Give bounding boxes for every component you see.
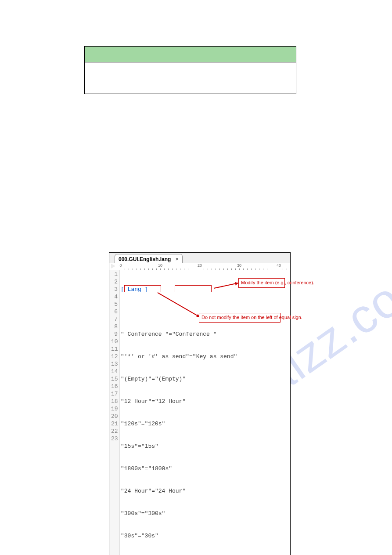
table-header-col1 [85,47,196,62]
ruler-label: 40 [277,263,281,268]
code-line: "30s"="30s" [121,532,289,540]
page-header-rule [42,31,349,31]
editor-tab-bar: 000.GUI.English.lang × [109,253,290,263]
close-icon[interactable]: × [175,256,179,262]
editor-code-area[interactable]: 1234567891011121314151617181920212223 [ … [109,270,290,555]
editor-gutter: 1234567891011121314151617181920212223 [109,270,120,555]
table-header-col2 [196,47,296,62]
ruler-label: 10 [158,263,162,268]
code-line: "15s"="15s" [121,443,289,450]
callout-modify: Modify the item (e.g., conference). [238,278,285,288]
editor-ruler: 0 10 20 30 40 [109,263,290,270]
editor-tab[interactable]: 000.GUI.English.lang × [115,254,183,263]
callout-do-not-modify: Do not modify the item on the left of eq… [199,313,281,323]
code-line: "24 Hour"="24 Hour" [121,487,289,495]
table-row [85,78,296,94]
code-line: "1800s"="1800s" [121,465,289,472]
code-line: "'*' or '#' as send"="Key as send" [121,353,289,360]
code-line: "300s"="300s" [121,510,289,517]
ruler-label: 20 [198,263,202,268]
code-line: " Conference "="Conference " [121,330,289,338]
code-line: "12 Hour"="12 Hour" [121,398,289,405]
editor-tab-title: 000.GUI.English.lang [119,256,171,262]
table-row [85,62,296,78]
ruler-label: 0 [119,263,122,268]
parameters-table [84,46,296,94]
ruler-label: 30 [237,263,241,268]
ruler-home-icon [111,264,116,268]
text-editor-window: 000.GUI.English.lang × 0 10 20 30 40 123… [109,252,291,555]
editor-code[interactable]: [ Lang ] " Conference "="Conference " "'… [120,270,290,555]
code-line: "120s"="120s" [121,420,289,428]
code-line: "(Empty)"="(Empty)" [121,375,289,383]
